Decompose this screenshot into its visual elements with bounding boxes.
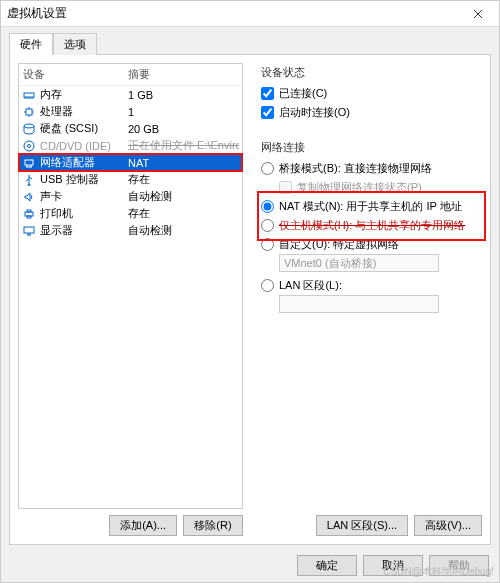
radio-bridged[interactable]: 桥接模式(B): 直接连接物理网络	[261, 159, 482, 178]
device-name: 处理器	[40, 104, 128, 119]
tab-strip: 硬件 选项	[9, 33, 491, 55]
remove-button[interactable]: 移除(R)	[183, 515, 243, 536]
svg-rect-9	[27, 216, 31, 218]
chk-connect-at-power[interactable]: 启动时连接(O)	[261, 103, 482, 122]
add-button[interactable]: 添加(A)...	[109, 515, 177, 536]
radio-bridged-input[interactable]	[261, 162, 274, 175]
device-row-net[interactable]: 网络适配器NAT	[19, 154, 242, 171]
device-summary: 存在	[128, 172, 239, 187]
device-list[interactable]: 设备 摘要 内存1 GB处理器1硬盘 (SCSI)20 GBCD/DVD (ID…	[18, 63, 243, 509]
left-pane: 设备 摘要 内存1 GB处理器1硬盘 (SCSI)20 GBCD/DVD (ID…	[18, 63, 243, 536]
svg-point-2	[24, 124, 34, 128]
cd-icon	[22, 139, 36, 153]
vmnet-dropdown[interactable]: VMnet0 (自动桥接)	[279, 254, 439, 272]
device-name: 打印机	[40, 206, 128, 221]
advanced-button[interactable]: 高级(V)...	[414, 515, 482, 536]
nat-highlight: NAT 模式(N): 用于共享主机的 IP 地址 仅主机模式(H): 与主机共享…	[259, 193, 484, 239]
device-row-cd[interactable]: CD/DVD (IDE)正在使用文件 E:\Environmen...	[19, 137, 242, 154]
radio-bridged-label: 桥接模式(B): 直接连接物理网络	[279, 161, 432, 176]
ok-button[interactable]: 确定	[297, 555, 357, 576]
chk-connect-at-power-box[interactable]	[261, 106, 274, 119]
chk-copy-phys-label: 复制物理网络连接状态(P)	[297, 180, 422, 195]
device-name: CD/DVD (IDE)	[40, 140, 128, 152]
lanseg-dropdown[interactable]	[279, 295, 439, 313]
device-name: 内存	[40, 87, 128, 102]
radio-custom-input[interactable]	[261, 238, 274, 251]
device-list-header: 设备 摘要	[19, 64, 242, 86]
right-pane: 设备状态 已连接(C) 启动时连接(O) 网络连接 桥接模式(B): 直接连接物…	[251, 63, 482, 536]
device-name: 显示器	[40, 223, 128, 238]
device-summary: 1	[128, 106, 239, 118]
col-device: 设备	[23, 67, 128, 82]
device-summary: 自动检测	[128, 189, 239, 204]
chk-connected[interactable]: 已连接(C)	[261, 84, 482, 103]
network-conn-title: 网络连接	[261, 140, 482, 155]
radio-hostonly-label: 仅主机模式(H): 与主机共享的专用网络	[279, 218, 465, 233]
device-row-display[interactable]: 显示器自动检测	[19, 222, 242, 239]
chk-connected-box[interactable]	[261, 87, 274, 100]
device-summary: 存在	[128, 206, 239, 221]
window-title: 虚拟机设置	[7, 5, 463, 22]
device-summary: 1 GB	[128, 89, 239, 101]
group-network-connection: 网络连接 桥接模式(B): 直接连接物理网络 复制物理网络连接状态(P) NAT…	[255, 138, 482, 319]
chk-connected-label: 已连接(C)	[279, 86, 327, 101]
device-row-disk[interactable]: 硬盘 (SCSI)20 GB	[19, 120, 242, 137]
svg-rect-8	[27, 210, 31, 212]
radio-nat[interactable]: NAT 模式(N): 用于共享主机的 IP 地址	[261, 197, 482, 216]
net-icon	[22, 156, 36, 170]
tab-hardware[interactable]: 硬件	[9, 33, 53, 55]
device-name: USB 控制器	[40, 172, 128, 187]
right-bottom-buttons: LAN 区段(S)... 高级(V)...	[255, 515, 482, 536]
close-icon	[473, 9, 483, 19]
cancel-button[interactable]: 取消	[363, 555, 423, 576]
device-row-sound[interactable]: 声卡自动检测	[19, 188, 242, 205]
radio-nat-input[interactable]	[261, 200, 274, 213]
svg-rect-7	[25, 212, 33, 216]
titlebar: 虚拟机设置	[1, 1, 499, 27]
device-row-memory[interactable]: 内存1 GB	[19, 86, 242, 103]
help-button[interactable]: 帮助	[429, 555, 489, 576]
device-summary: 正在使用文件 E:\Environmen...	[128, 138, 239, 153]
svg-point-3	[24, 141, 34, 151]
device-name: 网络适配器	[40, 155, 128, 170]
radio-custom-label: 自定义(U): 特定虚拟网络	[279, 237, 399, 252]
radio-lanseg-label: LAN 区段(L):	[279, 278, 342, 293]
tab-options[interactable]: 选项	[53, 33, 97, 55]
svg-rect-10	[24, 227, 34, 233]
cpu-icon	[22, 105, 36, 119]
device-name: 硬盘 (SCSI)	[40, 121, 128, 136]
device-rows: 内存1 GB处理器1硬盘 (SCSI)20 GBCD/DVD (IDE)正在使用…	[19, 86, 242, 239]
device-row-usb[interactable]: USB 控制器存在	[19, 171, 242, 188]
device-status-title: 设备状态	[261, 65, 482, 80]
device-summary: 自动检测	[128, 223, 239, 238]
close-button[interactable]	[463, 4, 493, 24]
col-summary: 摘要	[128, 67, 238, 82]
dialog-body: 硬件 选项 设备 摘要 内存1 GB处理器1硬盘 (SCSI)20 GBCD/D…	[1, 27, 499, 549]
left-buttons: 添加(A)... 移除(R)	[18, 515, 243, 536]
device-name: 声卡	[40, 189, 128, 204]
vm-settings-dialog: 虚拟机设置 硬件 选项 设备 摘要 内存1 GB处理器1硬盘 (SCSI)20 …	[0, 0, 500, 583]
group-device-status: 设备状态 已连接(C) 启动时连接(O)	[255, 63, 482, 128]
sound-icon	[22, 190, 36, 204]
svg-rect-1	[26, 109, 32, 115]
svg-point-4	[28, 144, 31, 147]
radio-lanseg[interactable]: LAN 区段(L):	[261, 276, 482, 295]
radio-custom[interactable]: 自定义(U): 特定虚拟网络	[261, 235, 482, 254]
dialog-buttons: 确定 取消 帮助	[1, 549, 499, 582]
chk-copy-phys-box	[279, 181, 292, 194]
svg-rect-5	[25, 160, 33, 165]
device-row-cpu[interactable]: 处理器1	[19, 103, 242, 120]
radio-hostonly-input[interactable]	[261, 219, 274, 232]
chk-connect-at-power-label: 启动时连接(O)	[279, 105, 350, 120]
radio-lanseg-input[interactable]	[261, 279, 274, 292]
device-summary: NAT	[128, 157, 239, 169]
device-summary: 20 GB	[128, 123, 239, 135]
list-spacer	[19, 239, 242, 508]
hardware-pane: 设备 摘要 内存1 GB处理器1硬盘 (SCSI)20 GBCD/DVD (ID…	[9, 54, 491, 545]
radio-hostonly[interactable]: 仅主机模式(H): 与主机共享的专用网络	[261, 216, 482, 235]
lan-segments-button[interactable]: LAN 区段(S)...	[316, 515, 408, 536]
display-icon	[22, 224, 36, 238]
device-row-printer[interactable]: 打印机存在	[19, 205, 242, 222]
disk-icon	[22, 122, 36, 136]
radio-nat-label: NAT 模式(N): 用于共享主机的 IP 地址	[279, 199, 462, 214]
